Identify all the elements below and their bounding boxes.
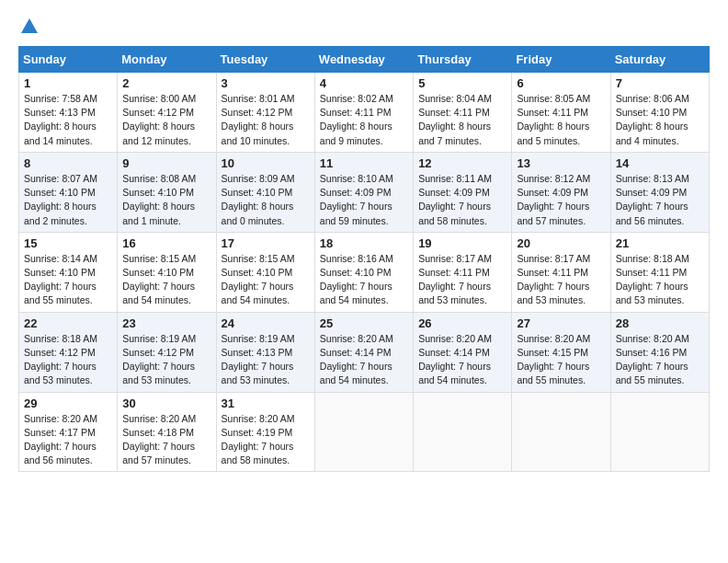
day-number: 23 <box>122 316 210 330</box>
day-number: 13 <box>517 156 605 170</box>
week-row-4: 22 Sunrise: 8:18 AMSunset: 4:12 PMDaylig… <box>19 312 710 392</box>
cell-info: Sunrise: 7:58 AMSunset: 4:13 PMDaylight:… <box>24 93 97 146</box>
cell-info: Sunrise: 8:15 AMSunset: 4:10 PMDaylight:… <box>222 253 295 306</box>
cell-info: Sunrise: 8:10 AMSunset: 4:09 PMDaylight:… <box>320 173 393 226</box>
calendar-cell <box>314 392 413 472</box>
day-number: 22 <box>24 316 112 330</box>
day-number: 6 <box>517 76 605 90</box>
calendar-cell <box>414 392 512 472</box>
days-header-row: SundayMondayTuesdayWednesdayThursdayFrid… <box>19 47 710 73</box>
calendar-cell: 4 Sunrise: 8:02 AMSunset: 4:11 PMDayligh… <box>314 73 413 153</box>
day-number: 10 <box>222 156 310 170</box>
day-number: 27 <box>517 316 605 330</box>
day-number: 8 <box>24 156 112 170</box>
calendar-cell: 19 Sunrise: 8:17 AMSunset: 4:11 PMDaylig… <box>414 232 512 312</box>
day-number: 16 <box>122 236 210 250</box>
calendar-cell: 25 Sunrise: 8:20 AMSunset: 4:14 PMDaylig… <box>314 312 413 392</box>
logo-icon <box>19 17 40 37</box>
day-number: 15 <box>24 236 112 250</box>
cell-info: Sunrise: 8:18 AMSunset: 4:11 PMDaylight:… <box>616 253 689 306</box>
cell-info: Sunrise: 8:00 AMSunset: 4:12 PMDaylight:… <box>122 93 196 146</box>
cell-info: Sunrise: 8:17 AMSunset: 4:11 PMDaylight:… <box>517 253 590 306</box>
cell-info: Sunrise: 8:08 AMSunset: 4:10 PMDaylight:… <box>122 173 196 226</box>
calendar-cell: 3 Sunrise: 8:01 AMSunset: 4:12 PMDayligh… <box>216 73 314 153</box>
day-number: 3 <box>222 76 310 90</box>
cell-info: Sunrise: 8:20 AMSunset: 4:15 PMDaylight:… <box>517 333 590 386</box>
calendar-cell: 29 Sunrise: 8:20 AMSunset: 4:17 PMDaylig… <box>19 392 118 472</box>
calendar-cell: 16 Sunrise: 8:15 AMSunset: 4:10 PMDaylig… <box>118 232 216 312</box>
calendar-cell: 24 Sunrise: 8:19 AMSunset: 4:13 PMDaylig… <box>216 312 314 392</box>
week-row-1: 1 Sunrise: 7:58 AMSunset: 4:13 PMDayligh… <box>19 73 710 153</box>
cell-info: Sunrise: 8:20 AMSunset: 4:14 PMDaylight:… <box>320 333 393 386</box>
calendar-cell: 11 Sunrise: 8:10 AMSunset: 4:09 PMDaylig… <box>314 152 413 232</box>
cell-info: Sunrise: 8:04 AMSunset: 4:11 PMDaylight:… <box>418 93 492 146</box>
calendar-cell: 14 Sunrise: 8:13 AMSunset: 4:09 PMDaylig… <box>610 152 709 232</box>
calendar-cell: 30 Sunrise: 8:20 AMSunset: 4:18 PMDaylig… <box>118 392 216 472</box>
day-number: 2 <box>122 76 210 90</box>
cell-info: Sunrise: 8:06 AMSunset: 4:10 PMDaylight:… <box>616 93 689 146</box>
cell-info: Sunrise: 8:12 AMSunset: 4:09 PMDaylight:… <box>517 173 590 226</box>
day-header-tuesday: Tuesday <box>216 47 314 73</box>
day-number: 14 <box>616 156 704 170</box>
day-number: 7 <box>616 76 704 90</box>
day-header-thursday: Thursday <box>414 47 512 73</box>
day-number: 31 <box>222 396 310 410</box>
cell-info: Sunrise: 8:15 AMSunset: 4:10 PMDaylight:… <box>122 253 196 306</box>
day-number: 19 <box>418 236 506 250</box>
calendar-cell: 17 Sunrise: 8:15 AMSunset: 4:10 PMDaylig… <box>216 232 314 312</box>
cell-info: Sunrise: 8:19 AMSunset: 4:13 PMDaylight:… <box>222 333 295 386</box>
cell-info: Sunrise: 8:20 AMSunset: 4:19 PMDaylight:… <box>222 413 295 466</box>
cell-info: Sunrise: 8:20 AMSunset: 4:17 PMDaylight:… <box>24 413 97 466</box>
cell-info: Sunrise: 8:16 AMSunset: 4:10 PMDaylight:… <box>320 253 393 306</box>
calendar-cell: 15 Sunrise: 8:14 AMSunset: 4:10 PMDaylig… <box>19 232 118 312</box>
cell-info: Sunrise: 8:19 AMSunset: 4:12 PMDaylight:… <box>122 333 196 386</box>
day-number: 18 <box>320 236 408 250</box>
day-number: 24 <box>222 316 310 330</box>
cell-info: Sunrise: 8:09 AMSunset: 4:10 PMDaylight:… <box>222 173 295 226</box>
calendar-cell: 8 Sunrise: 8:07 AMSunset: 4:10 PMDayligh… <box>19 152 118 232</box>
calendar-cell: 7 Sunrise: 8:06 AMSunset: 4:10 PMDayligh… <box>610 73 709 153</box>
day-number: 28 <box>616 316 704 330</box>
calendar-cell: 2 Sunrise: 8:00 AMSunset: 4:12 PMDayligh… <box>118 73 216 153</box>
day-number: 9 <box>122 156 210 170</box>
week-row-3: 15 Sunrise: 8:14 AMSunset: 4:10 PMDaylig… <box>19 232 710 312</box>
day-header-sunday: Sunday <box>19 47 118 73</box>
header <box>18 17 710 37</box>
day-number: 21 <box>616 236 704 250</box>
day-header-saturday: Saturday <box>610 47 709 73</box>
calendar-cell: 10 Sunrise: 8:09 AMSunset: 4:10 PMDaylig… <box>216 152 314 232</box>
cell-info: Sunrise: 8:02 AMSunset: 4:11 PMDaylight:… <box>320 93 393 146</box>
day-number: 5 <box>418 76 506 90</box>
cell-info: Sunrise: 8:07 AMSunset: 4:10 PMDaylight:… <box>24 173 97 226</box>
day-number: 1 <box>24 76 112 90</box>
week-row-5: 29 Sunrise: 8:20 AMSunset: 4:17 PMDaylig… <box>19 392 710 472</box>
day-number: 25 <box>320 316 408 330</box>
calendar-cell: 31 Sunrise: 8:20 AMSunset: 4:19 PMDaylig… <box>216 392 314 472</box>
calendar-table: SundayMondayTuesdayWednesdayThursdayFrid… <box>18 46 710 472</box>
cell-info: Sunrise: 8:20 AMSunset: 4:16 PMDaylight:… <box>616 333 689 386</box>
day-number: 12 <box>418 156 506 170</box>
week-row-2: 8 Sunrise: 8:07 AMSunset: 4:10 PMDayligh… <box>19 152 710 232</box>
cell-info: Sunrise: 8:20 AMSunset: 4:18 PMDaylight:… <box>122 413 196 466</box>
day-number: 26 <box>418 316 506 330</box>
calendar-cell: 23 Sunrise: 8:19 AMSunset: 4:12 PMDaylig… <box>118 312 216 392</box>
calendar-cell: 18 Sunrise: 8:16 AMSunset: 4:10 PMDaylig… <box>314 232 413 312</box>
day-number: 17 <box>222 236 310 250</box>
calendar-cell: 5 Sunrise: 8:04 AMSunset: 4:11 PMDayligh… <box>414 73 512 153</box>
cell-info: Sunrise: 8:11 AMSunset: 4:09 PMDaylight:… <box>418 173 492 226</box>
calendar-cell: 9 Sunrise: 8:08 AMSunset: 4:10 PMDayligh… <box>118 152 216 232</box>
cell-info: Sunrise: 8:05 AMSunset: 4:11 PMDaylight:… <box>517 93 590 146</box>
day-number: 29 <box>24 396 112 410</box>
day-header-monday: Monday <box>118 47 216 73</box>
cell-info: Sunrise: 8:01 AMSunset: 4:12 PMDaylight:… <box>222 93 295 146</box>
day-number: 4 <box>320 76 408 90</box>
cell-info: Sunrise: 8:13 AMSunset: 4:09 PMDaylight:… <box>616 173 689 226</box>
day-number: 30 <box>122 396 210 410</box>
calendar-cell: 28 Sunrise: 8:20 AMSunset: 4:16 PMDaylig… <box>610 312 709 392</box>
calendar-cell: 6 Sunrise: 8:05 AMSunset: 4:11 PMDayligh… <box>512 73 610 153</box>
day-header-wednesday: Wednesday <box>314 47 413 73</box>
logo <box>18 17 40 37</box>
svg-marker-0 <box>21 18 38 33</box>
cell-info: Sunrise: 8:17 AMSunset: 4:11 PMDaylight:… <box>418 253 492 306</box>
cell-info: Sunrise: 8:14 AMSunset: 4:10 PMDaylight:… <box>24 253 97 306</box>
